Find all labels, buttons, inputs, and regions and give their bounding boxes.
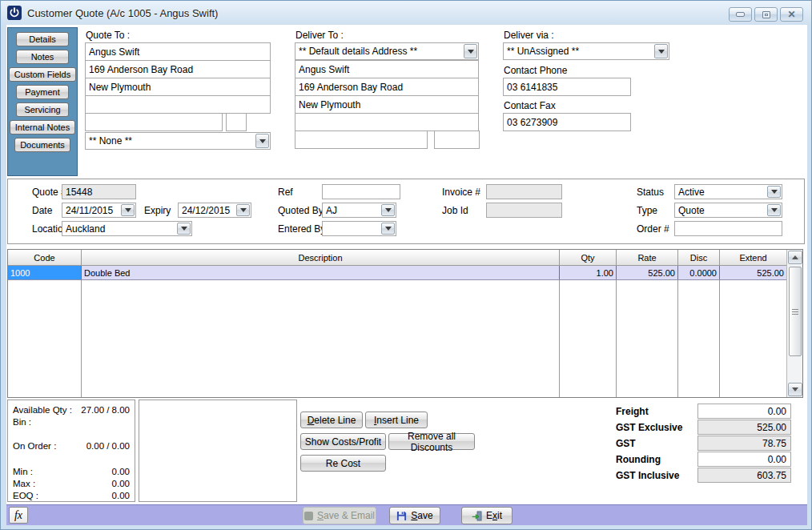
cell-qty[interactable]: 1.00 [560, 266, 617, 279]
exit-button[interactable]: Exit [461, 507, 513, 524]
gst-inclusive-field [697, 468, 791, 483]
maximize-button[interactable] [754, 7, 778, 22]
sidebar-tabs-panel: Details Notes Custom Fields Payment Serv… [7, 27, 78, 176]
chevron-down-icon[interactable] [255, 134, 269, 148]
invoice-number-label: Invoice # [442, 187, 480, 198]
quoted-by-select[interactable]: AJ [322, 203, 396, 218]
deliver-to-label: Deliver To : [295, 30, 344, 41]
gst-exclusive-label: GST Exclusive [616, 422, 682, 433]
gst-field [697, 436, 791, 451]
sidebar-item-notes[interactable]: Notes [16, 50, 69, 64]
remove-all-discounts-button[interactable]: Remove all Discounts [388, 433, 475, 450]
order-number-field[interactable] [674, 221, 782, 236]
min-value: 0.00 [112, 467, 130, 476]
customer-quote-window: Customer Quote (A/c 1005 - Angus Swift) … [0, 0, 812, 530]
column-header-rate[interactable]: Rate [617, 250, 678, 265]
deliver-to-address-select[interactable]: ** Default details Address ** [295, 42, 479, 60]
freight-label: Freight [616, 406, 649, 417]
bin-label: Bin : [13, 417, 31, 427]
sidebar-item-internal-notes[interactable]: Internal Notes [10, 120, 75, 135]
quote-to-city-field[interactable] [85, 78, 271, 96]
table-row[interactable]: 1000 Double Bed 1.00 525.00 0.0000 525.0… [8, 266, 786, 280]
quote-to-postcode-field[interactable] [226, 113, 247, 131]
scroll-up-button[interactable] [788, 251, 802, 264]
contact-fax-field[interactable] [503, 113, 631, 131]
order-number-label: Order # [637, 223, 669, 235]
show-costs-profit-button[interactable]: Show Costs/Profit [300, 433, 386, 450]
chevron-down-icon[interactable] [121, 204, 135, 216]
quote-to-name-field[interactable] [85, 42, 271, 61]
expiry-select[interactable]: 24/12/2015 [178, 203, 251, 218]
chevron-down-icon[interactable] [654, 44, 668, 58]
status-select[interactable]: Active [674, 184, 782, 199]
contact-phone-field[interactable] [503, 78, 631, 96]
vertical-scrollbar[interactable] [786, 250, 802, 397]
insert-line-button[interactable]: Insert Line [365, 412, 428, 428]
deliver-via-select[interactable]: ** UnAssigned ** [503, 42, 669, 60]
eoq-value: 0.00 [112, 491, 130, 500]
deliver-to-name-field[interactable] [295, 60, 479, 78]
deliver-to-city-field[interactable] [295, 95, 479, 114]
chevron-down-icon[interactable] [767, 186, 781, 198]
sidebar-item-custom-fields[interactable]: Custom Fields [9, 67, 76, 82]
save-email-button[interactable]: Save & Email [303, 507, 376, 524]
scroll-down-button[interactable] [788, 383, 802, 396]
cell-extend[interactable]: 525.00 [720, 266, 786, 279]
type-select[interactable]: Quote [674, 203, 782, 218]
cell-rate[interactable]: 525.00 [617, 266, 678, 279]
gst-inclusive-label: GST Inclusive [616, 470, 679, 481]
entered-by-label: Entered By [278, 223, 325, 235]
column-header-disc[interactable]: Disc [678, 250, 720, 265]
re-cost-button[interactable]: Re Cost [300, 455, 386, 472]
date-label: Date [32, 205, 52, 216]
minimize-icon [736, 12, 745, 17]
close-icon: ✕ [787, 10, 795, 19]
chevron-down-icon[interactable] [381, 204, 395, 216]
quote-to-address1-field[interactable] [85, 60, 271, 78]
rounding-field[interactable] [697, 452, 791, 467]
column-header-qty[interactable]: Qty [560, 250, 617, 265]
cell-code[interactable]: 1000 [8, 266, 82, 279]
deliver-to-address1-field[interactable] [295, 78, 479, 96]
scrollbar-thumb[interactable] [789, 267, 802, 356]
quote-to-address5-field[interactable] [85, 113, 223, 131]
job-id-label: Job Id [442, 205, 468, 216]
chevron-down-icon[interactable] [381, 223, 395, 235]
min-label: Min : [13, 467, 33, 476]
save-button[interactable]: Save [389, 507, 440, 524]
fx-button[interactable]: fx [9, 507, 28, 524]
deliver-to-postcode-field[interactable] [434, 130, 480, 149]
deliver-to-address5-field[interactable] [295, 130, 428, 149]
ref-field[interactable] [322, 184, 400, 199]
chevron-down-icon[interactable] [236, 204, 250, 216]
sidebar-item-documents[interactable]: Documents [14, 138, 70, 152]
freight-field[interactable] [697, 404, 791, 419]
quote-number-field [62, 184, 136, 199]
deliver-to-address4-field[interactable] [295, 113, 479, 131]
gst-label: GST [616, 438, 636, 449]
sidebar-item-details[interactable]: Details [16, 32, 69, 46]
column-header-extend[interactable]: Extend [720, 250, 786, 265]
cell-description[interactable]: Double Bed [82, 266, 560, 279]
sidebar-item-payment[interactable]: Payment [16, 85, 69, 99]
close-button[interactable]: ✕ [780, 7, 803, 22]
chevron-down-icon[interactable] [177, 223, 191, 235]
delete-line-button[interactable]: Delete Line [300, 412, 363, 428]
maximize-icon [762, 11, 770, 18]
minimize-button[interactable] [729, 7, 752, 22]
line-detail-panel [139, 400, 297, 502]
contact-fax-label: Contact Fax [504, 100, 556, 111]
quote-to-address4-field[interactable] [85, 95, 271, 114]
quote-to-contact-select[interactable]: ** None ** [85, 132, 271, 150]
footer-bar: fx Save & Email Save Exit [6, 504, 807, 525]
date-select[interactable]: 24/11/2015 [62, 203, 136, 218]
sidebar-item-servicing[interactable]: Servicing [16, 102, 69, 117]
column-header-description[interactable]: Description [82, 250, 560, 265]
chevron-down-icon[interactable] [767, 204, 781, 216]
chevron-down-icon[interactable] [464, 44, 477, 58]
cell-disc[interactable]: 0.0000 [678, 266, 720, 279]
column-header-code[interactable]: Code [8, 250, 82, 265]
entered-by-select[interactable] [322, 221, 396, 236]
location-select[interactable]: Auckland [62, 221, 192, 236]
table-header-row: Code Description Qty Rate Disc Extend [8, 250, 786, 266]
